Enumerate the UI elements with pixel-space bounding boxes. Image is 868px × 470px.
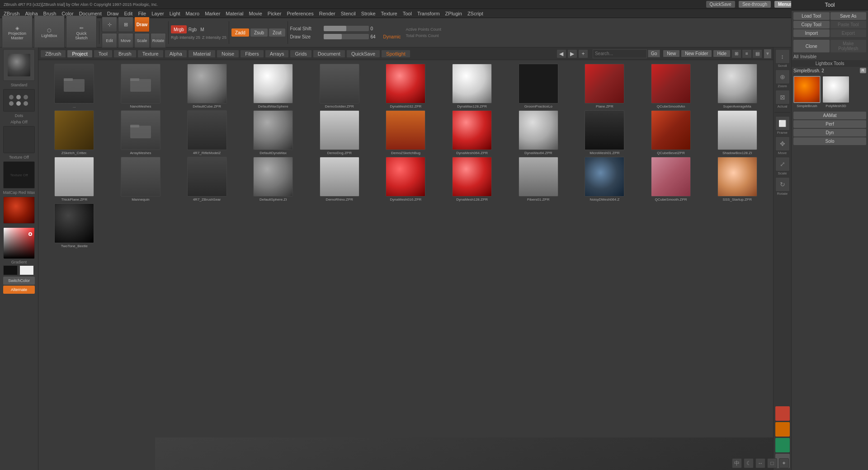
menu-stencil[interactable]: Stencil — [339, 10, 358, 17]
zadd-button[interactable]: Zadd — [231, 28, 249, 37]
view-list-btn[interactable]: ≡ — [742, 49, 752, 58]
tab-arrays[interactable]: Arrays — [265, 50, 289, 58]
thumbnail-item-17[interactable]: DynaMesh064.ZPR — [440, 110, 505, 155]
expand-button[interactable]: ▼ — [764, 49, 771, 58]
thumbnail-item-5[interactable]: DynaMesh032.ZPR — [373, 64, 438, 108]
thumbnail-item-4[interactable]: DemoSoldier.ZPR — [307, 64, 372, 108]
menu-movie[interactable]: Movie — [247, 10, 264, 17]
import-button[interactable]: Import — [793, 29, 830, 37]
thumbnail-item-8[interactable]: Plane.ZPR — [572, 64, 637, 108]
thumbnail-item-3[interactable]: DefaultWaxSphere — [241, 64, 306, 108]
scale-button[interactable]: ⤢ — [775, 157, 790, 171]
tab-alpha[interactable]: Alpha — [165, 50, 187, 58]
menu-preferences[interactable]: Preferences — [285, 10, 315, 17]
viewport-canvas[interactable] — [155, 437, 773, 470]
brush-item-polymesh[interactable]: PolyMesh3D — [822, 76, 849, 108]
rotate-button[interactable]: ↻ — [775, 177, 790, 192]
thumbnail-item-21[interactable]: ShadowBox128.ZI — [705, 110, 769, 155]
projection-master-button[interactable]: ◈ Projection Master — [2, 15, 33, 50]
thumbnail-item-1[interactable]: NanoMeshes — [108, 64, 173, 108]
move-far-button[interactable]: ✥ — [775, 136, 790, 151]
thumbnail-item-6[interactable]: DynaWax128.ZPR — [440, 64, 505, 108]
mrgb-button[interactable]: Mrgb — [171, 25, 187, 33]
icon-arrows[interactable]: ↔ — [755, 458, 765, 468]
nav-prev-button[interactable]: ◀ — [557, 49, 566, 58]
see-through-button[interactable]: See-through — [739, 1, 771, 8]
menu-draw[interactable]: Draw — [105, 10, 121, 17]
thumbnail-item-27[interactable]: DynaMesh016.ZPR — [373, 157, 438, 202]
move-btn[interactable]: Move — [118, 33, 133, 48]
switchcolor-button[interactable]: SwitchColor — [3, 277, 35, 285]
tab-brush[interactable]: Brush — [113, 50, 137, 58]
thumbnail-item-31[interactable]: QCubeSmooth.ZPR — [639, 157, 703, 202]
thumbnail-item-15[interactable]: DemoDog.ZPR — [307, 110, 372, 155]
tab-project[interactable]: Project — [67, 50, 92, 58]
new-button[interactable]: New — [663, 50, 680, 57]
thumbnail-item-19[interactable]: MicroMesh01.ZPR — [572, 110, 637, 155]
thumbnail-item-22[interactable]: ThickPlane.ZPR — [42, 157, 107, 202]
actual-button[interactable]: ⊠ — [775, 90, 790, 104]
tab-fibers[interactable]: Fibers — [240, 50, 264, 58]
nav-add-button[interactable]: + — [578, 49, 588, 58]
save-as-button[interactable]: Save As — [830, 12, 867, 20]
menu-transform[interactable]: Transform — [415, 10, 442, 17]
search-input[interactable] — [593, 49, 647, 58]
move-obj-btn[interactable]: ⊞ — [118, 17, 133, 32]
view-grid-btn[interactable]: ⊞ — [731, 49, 741, 58]
thumbnail-item-12[interactable]: ArrayMeshes — [108, 110, 173, 155]
menu-macro[interactable]: Macro — [184, 10, 202, 17]
menu-zplugin[interactable]: ZPlugin — [443, 10, 464, 17]
export-button[interactable]: Export — [830, 29, 867, 37]
tab-zbrush[interactable]: ZBrush — [40, 50, 66, 58]
aamat-button[interactable]: AAMat — [793, 112, 866, 119]
orange-mode-button[interactable] — [775, 422, 790, 437]
new-folder-button[interactable]: New Folder — [681, 50, 712, 57]
thumbnail-item-9[interactable]: QCubeSmoothAn — [639, 64, 703, 108]
red-mode-button[interactable] — [775, 406, 790, 421]
alpha-preview[interactable] — [3, 126, 35, 153]
menu-marker[interactable]: Marker — [203, 10, 222, 17]
thumbnail-item-20[interactable]: QCubeBevelZPR — [639, 110, 703, 155]
thumbnail-item-18[interactable]: DynaWax64.ZPR — [506, 110, 571, 155]
tab-document[interactable]: Document — [313, 50, 345, 58]
texture-preview[interactable]: Texture Off — [3, 161, 35, 188]
menu-render[interactable]: Render — [317, 10, 337, 17]
nav-next-button[interactable]: ▶ — [567, 49, 577, 58]
thumbnail-item-24[interactable]: 4R7_ZBrushSear — [175, 157, 239, 202]
make-polymesh-button[interactable]: Make PolyMesh — [830, 40, 867, 52]
matcap-preview[interactable] — [3, 197, 35, 224]
menu-edit[interactable]: Edit — [122, 10, 134, 17]
swatch-black[interactable] — [3, 265, 18, 275]
menu-stroke[interactable]: Stroke — [359, 10, 377, 17]
thumbnail-item-13[interactable]: 4R7_RifleModelZ — [175, 110, 239, 155]
quick-sketch-button[interactable]: ✏ Quick Sketch — [66, 15, 97, 50]
focal-shift-track[interactable] — [324, 26, 369, 31]
clone-button[interactable]: Clone — [793, 40, 830, 52]
tab-texture[interactable]: Texture — [137, 50, 164, 58]
zoom-button[interactable]: ⊕ — [775, 70, 790, 84]
icon-square[interactable]: □ — [767, 458, 777, 468]
green-mode-button[interactable] — [775, 438, 790, 452]
tab-grids[interactable]: Grids — [290, 50, 311, 58]
thumbnail-item-14[interactable]: DefaultDynaWax — [241, 110, 306, 155]
thumbnail-item-33[interactable]: TwoTone_Beetle — [42, 203, 107, 248]
menu-material[interactable]: Material — [224, 10, 245, 17]
thumbnail-item-23[interactable]: Mannequin — [108, 157, 173, 202]
quicksave-button[interactable]: QuickSave — [706, 1, 735, 8]
thumbnail-item-30[interactable]: NoisyDMesh064.Z — [572, 157, 637, 202]
thumbnail-item-2[interactable]: DefaultCube.ZPR — [175, 64, 239, 108]
thumbnail-item-0[interactable]: ... — [42, 64, 107, 108]
tab-noise[interactable]: Noise — [217, 50, 239, 58]
menu-zscript[interactable]: ZScript — [466, 10, 485, 17]
scale-btn[interactable]: Scale — [134, 33, 150, 48]
rotate-btn[interactable]: Rotate — [151, 33, 166, 48]
thumbnail-item-11[interactable]: ZSketch_Critter. — [42, 110, 107, 155]
thumbnail-item-29[interactable]: Fibers01.ZPR — [506, 157, 571, 202]
go-button[interactable]: Go — [648, 50, 660, 57]
view-detail-btn[interactable]: ▤ — [752, 49, 762, 58]
frame-button[interactable]: ⬜ — [775, 116, 790, 131]
brush-item-simple[interactable]: SimpleBrush — [793, 76, 821, 108]
thumbnail-item-26[interactable]: DemoRhino.ZPR — [307, 157, 372, 202]
copy-tool-button[interactable]: Copy Tool — [793, 21, 830, 28]
thumbnail-item-25[interactable]: DefaultSphere.ZI — [241, 157, 306, 202]
